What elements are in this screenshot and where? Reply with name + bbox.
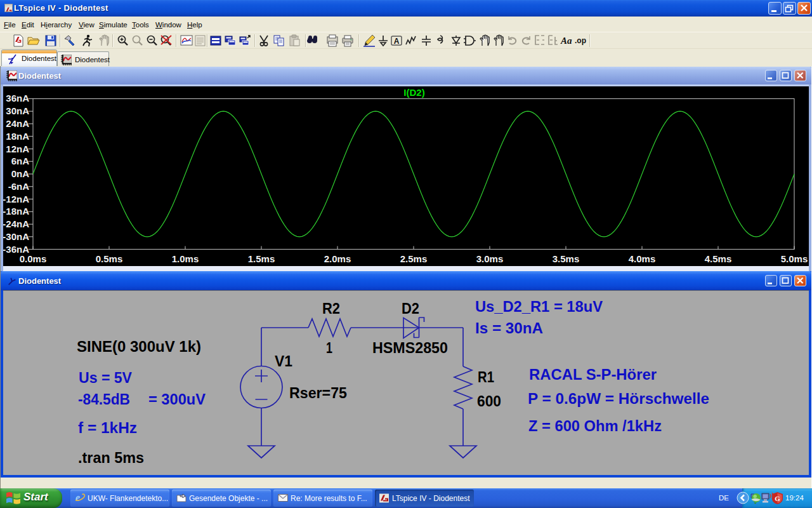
svg-text:0.0ms: 0.0ms [20, 253, 47, 264]
svg-text:RACAL S-P-Hörer: RACAL S-P-Hörer [529, 366, 657, 383]
svg-text:Is = 30nA: Is = 30nA [475, 319, 543, 337]
svg-text:V1: V1 [275, 352, 292, 370]
svg-text:30nA: 30nA [6, 105, 29, 116]
svg-text:3.0ms: 3.0ms [476, 253, 504, 264]
svg-text:.tran 5ms: .tran 5ms [78, 449, 144, 466]
svg-text:= 300uV: = 300uV [148, 391, 206, 408]
svg-text:5.0ms: 5.0ms [781, 253, 808, 264]
svg-text:-30nA: -30nA [3, 231, 29, 242]
svg-text:P = 0.6pW = Hörschwelle: P = 0.6pW = Hörschwelle [528, 390, 709, 407]
svg-text:-84.5dB: -84.5dB [78, 391, 130, 408]
svg-text:-18nA: -18nA [3, 206, 29, 217]
svg-text:.op: .op [575, 36, 586, 45]
svg-text:0.5ms: 0.5ms [96, 253, 123, 264]
svg-text:Us_D2_R1 = 18uV: Us_D2_R1 = 18uV [475, 298, 603, 315]
svg-text:-24nA: -24nA [3, 218, 29, 229]
svg-text:36nA: 36nA [6, 93, 29, 104]
svg-text:-6nA: -6nA [8, 181, 30, 192]
svg-text:600: 600 [477, 392, 501, 410]
svg-text:1: 1 [326, 339, 332, 356]
svg-text:A: A [394, 37, 400, 46]
svg-text:2.5ms: 2.5ms [400, 253, 428, 264]
svg-text:6nA: 6nA [11, 156, 30, 166]
svg-text:24nA: 24nA [6, 118, 29, 129]
svg-text:f = 1kHz: f = 1kHz [78, 419, 137, 436]
svg-text:e: e [75, 492, 80, 503]
svg-text:4.5ms: 4.5ms [705, 253, 732, 264]
svg-text:HSMS2850: HSMS2850 [372, 339, 448, 356]
svg-text:3.5ms: 3.5ms [553, 253, 580, 264]
svg-text:18nA: 18nA [6, 131, 29, 142]
svg-text:R2: R2 [322, 300, 340, 317]
svg-text:-12nA: -12nA [3, 194, 29, 204]
svg-text:1.0ms: 1.0ms [172, 253, 199, 264]
svg-text:Z = 600 Ohm /1kHz: Z = 600 Ohm /1kHz [528, 417, 662, 434]
svg-text:Rser=75: Rser=75 [289, 384, 347, 401]
svg-text:Aa: Aa [560, 36, 572, 46]
svg-text:2.0ms: 2.0ms [324, 253, 351, 264]
svg-text:4.0ms: 4.0ms [629, 253, 656, 264]
svg-text:0nA: 0nA [11, 168, 30, 179]
svg-text:Us = 5V: Us = 5V [79, 369, 132, 386]
svg-text:1.5ms: 1.5ms [248, 253, 275, 264]
svg-text:I(D2): I(D2) [403, 87, 424, 98]
svg-text:G: G [775, 495, 780, 502]
svg-text:SINE(0 300uV 1k): SINE(0 300uV 1k) [77, 338, 201, 355]
svg-text:D2: D2 [402, 300, 419, 317]
svg-text:12nA: 12nA [6, 144, 29, 154]
svg-text:R1: R1 [478, 368, 494, 385]
